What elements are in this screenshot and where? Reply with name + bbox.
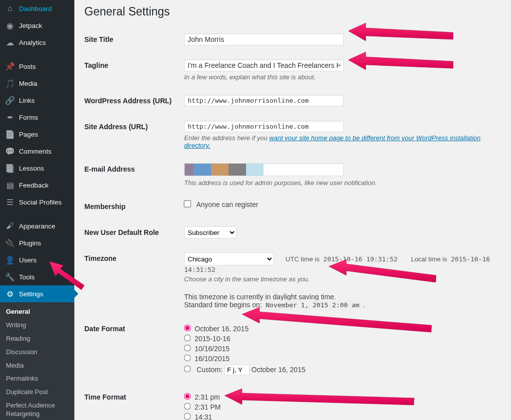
sidebar-item-label: Media xyxy=(19,80,37,87)
sidebar-item-links[interactable]: 🔗Links xyxy=(0,92,74,109)
time-format-option[interactable]: 2:31 pm xyxy=(184,393,496,401)
label-site-title: Site Title xyxy=(84,35,113,43)
link-icon: 🔗 xyxy=(5,95,15,105)
sidebar-item-pages[interactable]: 📄Pages xyxy=(0,126,74,143)
date-format-option[interactable]: 2015-10-16 xyxy=(184,335,496,343)
sidebar-item-label: Links xyxy=(19,97,35,104)
sidebar-item-analytics[interactable]: ☁Analytics xyxy=(0,34,74,51)
sidebar-item-feedback[interactable]: ▤Feedback xyxy=(0,177,74,194)
tagline-input[interactable] xyxy=(184,59,344,71)
sidebar-item-label: Pages xyxy=(19,131,38,138)
submenu-item-writing[interactable]: Writing xyxy=(0,319,74,332)
analytics-icon: ☁ xyxy=(5,37,15,47)
label-time-format: Time Format xyxy=(84,393,126,401)
utc-time-label: UTC time is 2015-10-16 19:31:52 xyxy=(285,254,401,264)
page-icon: 📄 xyxy=(5,129,15,139)
settings-icon: ⚙ xyxy=(5,289,15,299)
media-icon: 🎵 xyxy=(5,78,15,88)
date-format-custom-radio[interactable] xyxy=(184,366,191,373)
label-date-format: Date Format xyxy=(84,325,125,333)
lessons-icon: 📑 xyxy=(5,163,15,173)
sidebar-item-settings[interactable]: ⚙Settings xyxy=(0,285,74,302)
timezone-description: Choose a city in the same timezone as yo… xyxy=(184,275,496,283)
label-default-role: New User Default Role xyxy=(84,228,159,236)
time-format-option[interactable]: 2:31 PM xyxy=(184,403,496,411)
sidebar-item-forms[interactable]: ✒Forms xyxy=(0,109,74,126)
sidebar-item-posts[interactable]: 📌Posts xyxy=(0,58,74,75)
label-site-url: Site Address (URL) xyxy=(84,123,148,131)
membership-checkbox[interactable] xyxy=(184,200,191,207)
site-url-input[interactable] xyxy=(184,121,344,132)
sidebar-item-label: Comments xyxy=(19,148,51,155)
date-format-custom-input[interactable] xyxy=(225,365,250,375)
sidebar-item-lessons[interactable]: 📑Lessons xyxy=(0,160,74,177)
sidebar-item-label: Plugins xyxy=(19,239,41,247)
submenu-item-perfect-audience-retargeting[interactable]: Perfect Audience Retargeting xyxy=(0,399,74,420)
sidebar-item-media[interactable]: 🎵Media xyxy=(0,75,74,92)
sidebar-item-label: Tools xyxy=(19,273,35,281)
label-email: E-mail Address xyxy=(84,165,135,173)
label-tagline: Tagline xyxy=(84,61,108,69)
default-role-select[interactable]: Subscriber xyxy=(184,226,237,238)
users-icon: 👤 xyxy=(5,255,15,265)
social-icon: ☰ xyxy=(5,197,15,207)
label-timezone: Timezone xyxy=(84,254,116,262)
sidebar-item-label: Dashboard xyxy=(19,5,52,12)
label-wp-url: WordPress Address (URL) xyxy=(84,97,172,105)
submenu-item-permalinks[interactable]: Permalinks xyxy=(0,372,74,386)
appearance-icon: 🖌 xyxy=(5,221,15,231)
submenu-item-discussion[interactable]: Discussion xyxy=(0,346,74,359)
sidebar-item-label: Analytics xyxy=(19,39,46,46)
tools-icon: 🔧 xyxy=(5,272,15,282)
sidebar-item-users[interactable]: 👤Users xyxy=(0,251,74,268)
site-url-description: Enter the address here if you want your … xyxy=(184,134,496,149)
date-format-option[interactable]: October 16, 2015 xyxy=(184,325,496,333)
pin-icon: 📌 xyxy=(5,61,15,71)
site-title-input[interactable] xyxy=(184,33,344,45)
sidebar-item-label: Social Profiles xyxy=(19,199,62,206)
sidebar-item-label: Appearance xyxy=(19,222,55,230)
sidebar-item-label: Posts xyxy=(19,63,36,70)
page-title: General Settings xyxy=(84,5,501,18)
date-format-option[interactable]: 10/16/2015 xyxy=(184,345,496,353)
date-format-radio[interactable] xyxy=(184,335,191,342)
settings-submenu: GeneralWritingReadingDiscussionMediaPerm… xyxy=(0,302,74,420)
sidebar-item-comments[interactable]: 💬Comments xyxy=(0,143,74,160)
timezone-select[interactable]: Chicago xyxy=(184,252,274,265)
jetpack-icon: ◉ xyxy=(5,20,15,30)
admin-sidebar: ⌂Dashboard◉Jetpack☁Analytics📌Posts🎵Media… xyxy=(0,0,74,420)
plugins-icon: 🔌 xyxy=(5,238,15,248)
tagline-description: In a few words, explain what this site i… xyxy=(184,73,496,81)
time-format-option[interactable]: 14:31 xyxy=(184,413,496,420)
main-content: General Settings Site Title Tagline In a… xyxy=(74,0,511,420)
submenu-item-reading[interactable]: Reading xyxy=(0,332,74,346)
sidebar-item-label: Forms xyxy=(19,114,38,121)
submenu-item-general[interactable]: General xyxy=(0,305,74,319)
time-format-radio[interactable] xyxy=(184,403,191,410)
dashboard-icon: ⌂ xyxy=(5,3,15,13)
sidebar-item-tools[interactable]: 🔧Tools xyxy=(0,268,74,285)
membership-checkbox-row[interactable]: Anyone can register xyxy=(184,201,258,209)
date-format-option[interactable]: 16/10/2015 xyxy=(184,355,496,363)
email-input-redacted[interactable] xyxy=(184,163,344,176)
sidebar-item-dashboard[interactable]: ⌂Dashboard xyxy=(0,0,74,17)
sidebar-item-plugins[interactable]: 🔌Plugins xyxy=(0,234,74,251)
feedback-icon: ▤ xyxy=(5,180,15,190)
date-format-radio[interactable] xyxy=(184,355,191,362)
sidebar-item-label: Lessons xyxy=(19,165,44,172)
date-format-radio[interactable] xyxy=(184,345,191,352)
date-format-custom-option[interactable]: Custom: October 16, 2015 xyxy=(184,365,496,375)
sidebar-item-jetpack[interactable]: ◉Jetpack xyxy=(0,17,74,34)
submenu-item-media[interactable]: Media xyxy=(0,359,74,373)
submenu-item-duplicate-post[interactable]: Duplicate Post xyxy=(0,386,74,399)
settings-form: Site Title Tagline In a few words, expla… xyxy=(84,26,501,420)
wp-url-input[interactable] xyxy=(184,95,344,106)
sidebar-item-label: Settings xyxy=(19,290,43,298)
label-membership: Membership xyxy=(84,203,125,210)
time-format-radio[interactable] xyxy=(184,413,191,420)
sidebar-item-appearance[interactable]: 🖌Appearance xyxy=(0,217,74,234)
sidebar-item-social-profiles[interactable]: ☰Social Profiles xyxy=(0,194,74,210)
sidebar-item-label: Feedback xyxy=(19,182,48,189)
time-format-radio[interactable] xyxy=(184,393,191,400)
date-format-radio[interactable] xyxy=(184,325,191,332)
